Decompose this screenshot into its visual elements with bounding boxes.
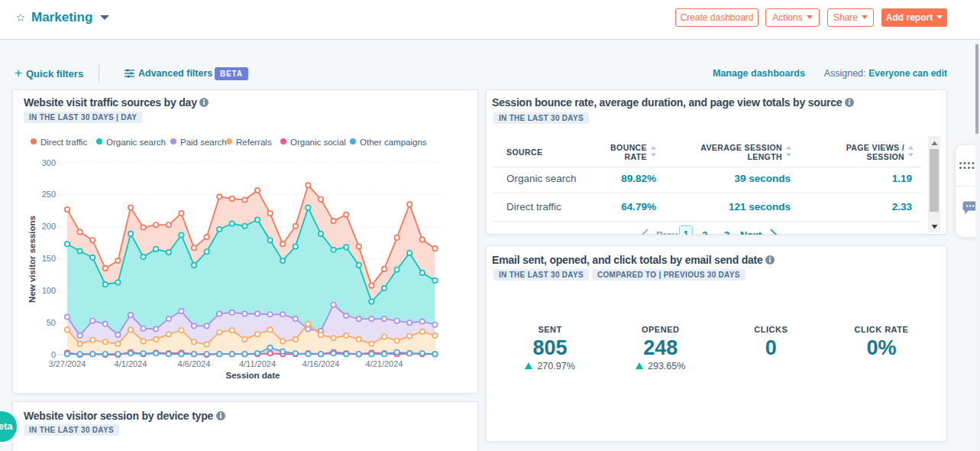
svg-text:4/6/2024: 4/6/2024 <box>178 359 211 368</box>
svg-text:0: 0 <box>51 350 56 359</box>
svg-text:300: 300 <box>42 158 56 167</box>
svg-text:4/1/2024: 4/1/2024 <box>115 359 147 368</box>
svg-text:Direct traffic: Direct traffic <box>40 138 87 147</box>
svg-text:Organic social: Organic social <box>290 138 346 147</box>
svg-text:Session date: Session date <box>226 371 280 380</box>
svg-text:Organic search: Organic search <box>106 138 166 147</box>
svg-text:250: 250 <box>42 190 56 199</box>
svg-text:50: 50 <box>47 318 56 327</box>
svg-text:200: 200 <box>42 222 56 231</box>
svg-text:Other campaigns: Other campaigns <box>360 138 427 147</box>
svg-text:New visitor sessions: New visitor sessions <box>27 216 37 303</box>
svg-text:4/11/2024: 4/11/2024 <box>239 359 276 368</box>
svg-text:100: 100 <box>42 286 56 295</box>
svg-text:Referrals: Referrals <box>236 138 272 147</box>
svg-text:4/21/2024: 4/21/2024 <box>366 359 403 368</box>
svg-text:Paid search: Paid search <box>180 138 227 147</box>
svg-text:3/27/2024: 3/27/2024 <box>49 359 86 368</box>
svg-text:150: 150 <box>42 254 56 263</box>
svg-text:4/16/2024: 4/16/2024 <box>302 359 340 368</box>
